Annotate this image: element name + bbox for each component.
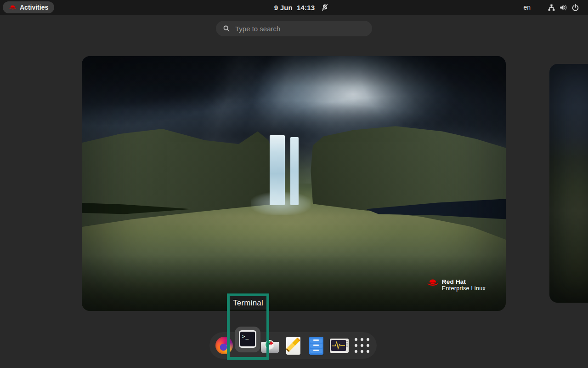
show-applications-button[interactable] [353, 332, 371, 359]
clock-label: 9 Jun 14:13 [274, 4, 315, 12]
network-wired-icon[interactable] [545, 0, 557, 15]
system-monitor-icon [330, 339, 349, 353]
volume-icon[interactable] [557, 0, 569, 15]
wallpaper-dark-hills [549, 64, 588, 303]
system-status-area[interactable]: en [523, 0, 581, 15]
terminal-icon[interactable]: >_ [239, 330, 256, 348]
workspace-thumbnail-next[interactable] [549, 64, 588, 303]
text-editor-icon [286, 337, 300, 355]
files-icon [309, 337, 323, 355]
search-input[interactable] [234, 24, 372, 33]
dash-app-files[interactable] [307, 332, 325, 359]
dash-app-text-editor[interactable] [284, 332, 302, 359]
rhel-product-label: Enterprise Linux [442, 285, 486, 292]
workspace-thumbnail-current[interactable]: Red Hat Enterprise Linux [82, 56, 506, 311]
clock-time: 14:13 [297, 4, 315, 12]
red-hat-icon [427, 278, 439, 287]
search-bar[interactable] [216, 21, 372, 36]
disks-icon [261, 342, 279, 353]
dash-app-disks[interactable] [261, 332, 279, 359]
top-bar: Activities 9 Jun 14:13 en [0, 0, 588, 15]
dash-app-system-monitor[interactable] [330, 332, 348, 359]
rhel-wallpaper-logo: Red Hat Enterprise Linux [427, 278, 486, 292]
firefox-icon [215, 337, 233, 354]
dash-app-firefox[interactable] [215, 332, 233, 359]
search-icon [223, 25, 230, 32]
activities-button[interactable]: Activities [3, 1, 54, 13]
notifications-muted-icon [321, 4, 328, 12]
wallpaper-waterfall: Red Hat Enterprise Linux [82, 56, 506, 311]
gnome-activities-overview: Activities 9 Jun 14:13 en [0, 0, 588, 368]
red-hat-icon [9, 5, 17, 10]
activities-label: Activities [20, 4, 48, 11]
clock-menu[interactable]: 9 Jun 14:13 [274, 0, 329, 15]
app-grid-icon [355, 338, 369, 353]
clock-date: 9 Jun [274, 4, 293, 12]
power-icon[interactable] [569, 0, 581, 15]
terminal-prompt-glyph: >_ [242, 334, 249, 339]
rhel-vendor-label: Red Hat [442, 278, 486, 285]
keyboard-layout-indicator[interactable]: en [523, 4, 531, 11]
